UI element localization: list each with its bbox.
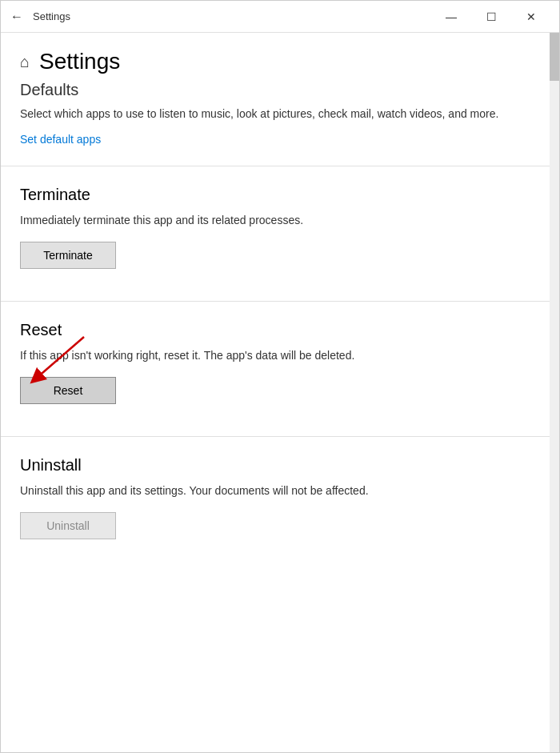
close-button[interactable]: ✕ <box>513 4 550 30</box>
terminate-description: Immediately terminate this app and its r… <box>20 212 530 229</box>
divider-1 <box>1 166 550 166</box>
title-bar: ← Settings — ☐ ✕ <box>1 1 559 33</box>
title-bar-title: Settings <box>33 10 70 22</box>
defaults-description: Select which apps to use to listen to mu… <box>20 106 530 122</box>
uninstall-section: Uninstall Uninstall this app and its set… <box>1 450 550 559</box>
page-title: Settings <box>39 49 120 74</box>
reset-button[interactable]: Reset <box>20 377 116 404</box>
terminate-button[interactable]: Terminate <box>20 242 116 269</box>
title-bar-left: ← Settings <box>10 10 70 24</box>
defaults-cut-title: Defaults <box>20 81 530 99</box>
reset-title: Reset <box>20 321 530 339</box>
defaults-section: Defaults Select which apps to use to lis… <box>1 81 550 153</box>
window: ← Settings — ☐ ✕ ⌂ Settings Defaults Sel… <box>0 0 560 753</box>
terminate-section: Terminate Immediately terminate this app… <box>1 179 550 288</box>
uninstall-description: Uninstall this app and its settings. You… <box>20 483 530 499</box>
scrollbar[interactable] <box>550 33 559 752</box>
uninstall-title: Uninstall <box>20 456 530 475</box>
main-sections: ⌂ Settings Defaults Select which apps to… <box>1 33 559 559</box>
scrollbar-thumb[interactable] <box>550 33 559 81</box>
divider-2 <box>1 301 550 302</box>
content-area: ⌂ Settings Defaults Select which apps to… <box>1 33 559 752</box>
home-icon: ⌂ <box>20 53 30 71</box>
reset-section: Reset If this app isn't working right, r… <box>1 314 550 423</box>
title-bar-controls: — ☐ ✕ <box>433 4 550 30</box>
back-button[interactable]: ← <box>10 10 23 24</box>
divider-3 <box>1 436 550 437</box>
uninstall-button[interactable]: Uninstall <box>20 512 116 539</box>
set-default-apps-link[interactable]: Set default apps <box>20 133 101 146</box>
terminate-title: Terminate <box>20 186 530 204</box>
reset-description: If this app isn't working right, reset i… <box>20 347 530 364</box>
reset-button-container: Reset <box>20 377 116 404</box>
page-header: ⌂ Settings <box>1 33 550 81</box>
minimize-button[interactable]: — <box>433 4 470 30</box>
maximize-button[interactable]: ☐ <box>473 4 510 30</box>
